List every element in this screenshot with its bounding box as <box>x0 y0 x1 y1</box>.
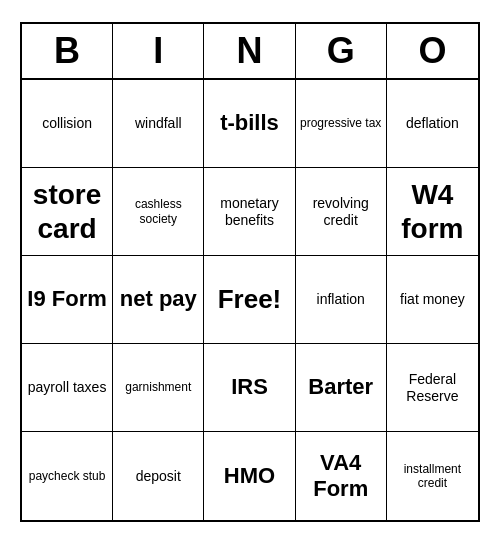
bingo-cell: fiat money <box>387 256 478 344</box>
bingo-cell: Barter <box>296 344 387 432</box>
bingo-cell: progressive tax <box>296 80 387 168</box>
bingo-cell: revolving credit <box>296 168 387 256</box>
header-letter: I <box>113 24 204 78</box>
bingo-cell: store card <box>22 168 113 256</box>
header-letter: G <box>296 24 387 78</box>
bingo-cell: cashless society <box>113 168 204 256</box>
bingo-cell: deposit <box>113 432 204 520</box>
bingo-cell: collision <box>22 80 113 168</box>
bingo-cell: HMO <box>204 432 295 520</box>
bingo-cell: payroll taxes <box>22 344 113 432</box>
bingo-cell: I9 Form <box>22 256 113 344</box>
bingo-cell: VA4 Form <box>296 432 387 520</box>
bingo-cell: windfall <box>113 80 204 168</box>
bingo-cell: Free! <box>204 256 295 344</box>
header-letter: O <box>387 24 478 78</box>
bingo-cell: monetary benefits <box>204 168 295 256</box>
bingo-cell: garnishment <box>113 344 204 432</box>
bingo-cell: Federal Reserve <box>387 344 478 432</box>
bingo-cell: deflation <box>387 80 478 168</box>
bingo-cell: inflation <box>296 256 387 344</box>
bingo-cell: paycheck stub <box>22 432 113 520</box>
bingo-cell: IRS <box>204 344 295 432</box>
header-letter: N <box>204 24 295 78</box>
header-letter: B <box>22 24 113 78</box>
bingo-card: BINGO collisionwindfallt-billsprogressiv… <box>20 22 480 522</box>
bingo-cell: W4 form <box>387 168 478 256</box>
bingo-grid: collisionwindfallt-billsprogressive taxd… <box>22 80 478 520</box>
bingo-cell: installment credit <box>387 432 478 520</box>
bingo-header: BINGO <box>22 24 478 80</box>
bingo-cell: t-bills <box>204 80 295 168</box>
bingo-cell: net pay <box>113 256 204 344</box>
